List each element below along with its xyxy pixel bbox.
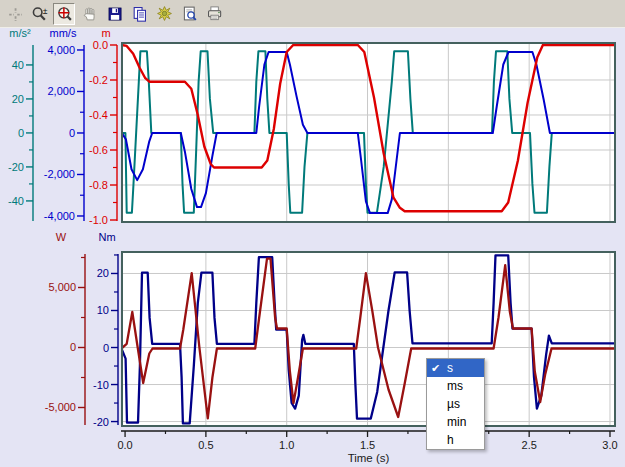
x-tick-label: 1.0 <box>279 439 294 451</box>
floppy-disk-icon <box>106 5 123 22</box>
y-tick-label: 0 <box>103 342 109 354</box>
time-unit-menu: ✔smsµsminh <box>426 358 485 450</box>
menu-item-label: µs <box>447 397 460 411</box>
y-tick-label: -2,000 <box>44 168 75 180</box>
page-preview-icon <box>181 5 198 22</box>
y-tick-label: 10 <box>97 304 109 316</box>
save-button[interactable] <box>103 3 125 25</box>
pan-hand-button[interactable] <box>78 3 100 25</box>
y-tick-label: 2,000 <box>47 85 75 97</box>
y-tick-label: -5,000 <box>45 401 76 413</box>
y-tick-label: 20 <box>97 267 109 279</box>
plot-window: ± 40200-20-40m/s²4,0002,0000-2,000-4,000… <box>0 0 625 467</box>
menu-item-label: h <box>447 433 454 447</box>
menu-item-label: ms <box>447 379 463 393</box>
toolbar: ± <box>0 0 625 28</box>
y-tick-label: -4,000 <box>44 210 75 222</box>
y-tick-label: -0.6 <box>89 144 108 156</box>
axis-unit-label: m <box>101 29 110 39</box>
menu-item-h[interactable]: h <box>427 431 484 449</box>
axis-unit-label: Nm <box>98 231 115 243</box>
y-tick-label: 0 <box>70 341 76 353</box>
y-tick-label: -0.4 <box>89 109 108 121</box>
axis-unit-label: W <box>56 231 67 243</box>
y-tick-label: 40 <box>12 59 24 71</box>
menu-item-ms[interactable]: ms <box>427 377 484 395</box>
y-tick-label: -0.2 <box>89 74 108 86</box>
x-tick-label: 0.0 <box>117 439 132 451</box>
plot-area: 40200-20-40m/s²4,0002,0000-2,000-4,000mm… <box>0 29 625 467</box>
menu-item-label: min <box>447 415 466 429</box>
hand-icon <box>81 5 98 22</box>
copy-button[interactable] <box>128 3 150 25</box>
y-tick-label: 0 <box>69 127 75 139</box>
y-tick-label: -10 <box>93 379 109 391</box>
x-tick-label: 0.5 <box>198 439 213 451</box>
axis-unit-label: m/s² <box>9 29 31 39</box>
copy-pages-icon <box>131 5 148 22</box>
svg-text:±: ± <box>42 6 47 16</box>
magnifier-crosshair-icon <box>56 5 73 22</box>
crosshair-tool-button[interactable] <box>3 3 25 25</box>
axis-unit-label: mm/s <box>50 29 77 39</box>
print-button[interactable] <box>203 3 225 25</box>
x-axis-title: Time (s) <box>348 452 390 464</box>
menu-item-min[interactable]: min <box>427 413 484 431</box>
menu-item-µs[interactable]: µs <box>427 395 484 413</box>
x-tick-label: 2.5 <box>522 439 537 451</box>
printer-icon <box>206 5 223 22</box>
magnifier-plus-minus-icon: ± <box>31 5 48 22</box>
y-tick-label: 0.0 <box>93 39 108 51</box>
print-preview-button[interactable] <box>178 3 200 25</box>
crosshair-icon <box>6 5 23 22</box>
zoom-selection-button[interactable] <box>53 3 75 25</box>
options-button[interactable] <box>153 3 175 25</box>
charts-canvas[interactable]: 40200-20-40m/s²4,0002,0000-2,000-4,000mm… <box>0 29 625 467</box>
y-tick-label: 20 <box>12 93 24 105</box>
y-tick-label: -1.0 <box>89 214 108 226</box>
y-tick-label: 4,000 <box>47 44 75 56</box>
y-tick-label: 0 <box>18 127 24 139</box>
menu-item-s[interactable]: ✔s <box>427 359 484 377</box>
y-tick-label: -20 <box>93 416 109 428</box>
x-tick-label: 3.0 <box>602 439 617 451</box>
y-tick-label: -20 <box>8 161 24 173</box>
y-tick-label: 5,000 <box>48 281 76 293</box>
zoom-in-out-button[interactable]: ± <box>28 3 50 25</box>
check-icon: ✔ <box>431 359 440 377</box>
y-tick-label: -40 <box>8 195 24 207</box>
y-tick-label: -0.8 <box>89 179 108 191</box>
x-tick-label: 1.5 <box>360 439 375 451</box>
menu-item-label: s <box>447 361 453 375</box>
yellow-gear-icon <box>156 5 173 22</box>
